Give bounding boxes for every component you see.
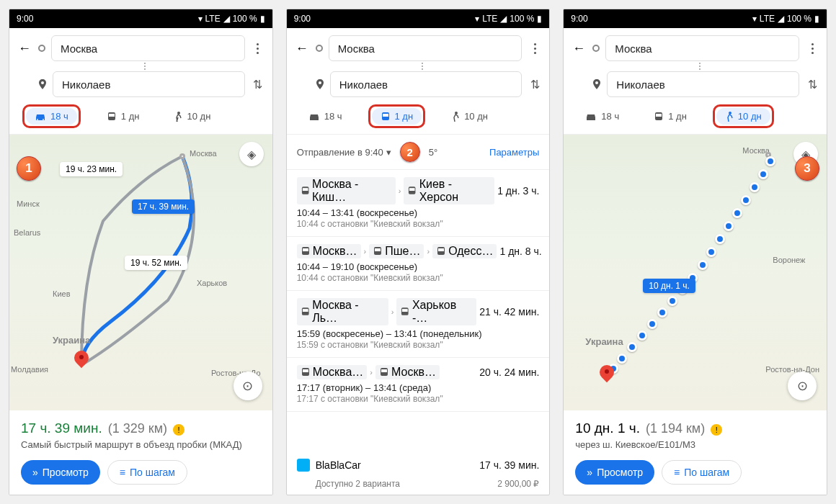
bus-icon xyxy=(107,112,117,122)
svg-point-4 xyxy=(319,81,321,84)
start-button[interactable]: »Просмотр xyxy=(575,460,654,485)
origin-input[interactable]: Москва xyxy=(329,35,522,61)
transit-options-bar: Отправление в 9:40▾ 2 5° Параметры xyxy=(287,135,550,170)
depart-time-dropdown[interactable]: Отправление в 9:40▾ xyxy=(297,147,391,158)
transit-times: 10:44 – 13:41 (воскресенье) xyxy=(297,207,540,218)
svg-rect-6 xyxy=(383,114,388,117)
my-location-button[interactable]: ⊙ xyxy=(788,372,817,400)
back-button[interactable]: ← xyxy=(17,40,32,56)
params-link[interactable]: Параметры xyxy=(489,147,539,158)
transit-times: 10:44 – 19:10 (воскресенье) xyxy=(297,261,540,272)
highlight-box-1: 18 ч xyxy=(22,104,81,128)
status-bar: 9:00 ▾LTE◢100 %▮ xyxy=(564,9,827,28)
svg-point-26 xyxy=(595,81,598,84)
place-kyiv: Киев xyxy=(53,289,71,298)
svg-rect-2 xyxy=(109,114,115,117)
origin-icon xyxy=(316,45,323,52)
destination-input[interactable]: Николаев xyxy=(607,71,799,97)
mode-transit[interactable]: 1 дн xyxy=(645,108,695,125)
mode-transit-label: 1 дн xyxy=(121,111,140,122)
travel-modes: 18 ч 1 дн 10 дн xyxy=(14,99,268,134)
swap-button[interactable]: ⇅ xyxy=(251,77,265,91)
blablacar-duration: 17 ч. 39 мин. xyxy=(479,459,539,471)
map-canvas[interactable]: Москва Воронеж Украина Ростов-на-Дон 10 … xyxy=(564,135,827,410)
transit-depart-stop: 15:59 с остановки "Киевский вокзал" xyxy=(297,340,540,350)
summary-time: 17 ч. 39 мин. xyxy=(21,420,102,436)
transit-item[interactable]: Москва - Киш…›Киев - Херсон1 дн. 3 ч. 10… xyxy=(287,170,550,237)
callout-1: 1 xyxy=(17,156,41,181)
swap-button[interactable]: ⇅ xyxy=(805,77,819,91)
mode-walk[interactable]: 10 дн xyxy=(443,108,497,125)
svg-rect-23 xyxy=(303,369,308,372)
mode-car[interactable]: 18 ч xyxy=(577,108,628,125)
route-alt-2[interactable]: 19 ч. 52 мин. xyxy=(125,256,187,270)
directions-header: ← Москва Николаев ⇅ 18 ч 1 дн 10 дн xyxy=(564,28,827,135)
warning-icon: ! xyxy=(711,424,722,436)
overflow-menu[interactable] xyxy=(528,43,542,54)
mode-walk[interactable]: 10 дн xyxy=(716,108,770,125)
summary-desc: через ш. Киевское/Е101/М3 xyxy=(575,439,815,451)
transit-item[interactable]: Москва - Ль…›Харьков -…21 ч. 42 мин. 15:… xyxy=(287,291,550,358)
callout-3: 3 xyxy=(795,156,819,181)
mode-transit[interactable]: 1 дн xyxy=(98,108,148,125)
steps-button[interactable]: ≡По шагам xyxy=(107,460,187,485)
transit-leg: Москв… xyxy=(297,244,361,258)
back-button[interactable]: ← xyxy=(294,40,310,56)
blablacar-icon xyxy=(297,459,310,472)
clock: 9:00 xyxy=(294,14,311,24)
overflow-menu[interactable] xyxy=(251,43,265,54)
transit-duration: 20 ч. 24 мин. xyxy=(479,366,539,378)
destination-icon xyxy=(38,79,47,89)
transit-duration: 1 дн. 3 ч. xyxy=(497,185,539,197)
transit-item[interactable]: Москва…›Москв…20 ч. 24 мин. 17:17 (вторн… xyxy=(287,358,550,412)
transit-leg: Киев - Херсон xyxy=(404,177,494,204)
destination-input[interactable]: Николаев xyxy=(53,71,245,97)
destination-icon xyxy=(592,79,601,89)
route-summary-card[interactable]: 10 дн. 1 ч. (1 194 км) ! через ш. Киевск… xyxy=(564,410,827,495)
start-button[interactable]: »Просмотр xyxy=(21,460,100,485)
back-button[interactable]: ← xyxy=(571,40,587,56)
origin-input[interactable]: Москва xyxy=(605,35,799,61)
phone-2-transit: 9:00 ▾LTE◢100 %▮ ← Москва Николаев ⇅ 18 … xyxy=(286,9,551,495)
transit-leg: Одесс… xyxy=(432,244,497,258)
blablacar-avail: Доступно 2 варианта xyxy=(316,479,400,489)
my-location-button[interactable]: ⊙ xyxy=(234,372,262,400)
mode-walk[interactable]: 10 дн xyxy=(165,108,219,125)
blablacar-price: 2 900,00 ₽ xyxy=(497,479,539,489)
clock: 9:00 xyxy=(17,14,33,24)
place-voronezh: Воронеж xyxy=(773,256,805,264)
summary-desc: Самый быстрый маршрут в объезд пробки (М… xyxy=(21,439,261,451)
mode-transit[interactable]: 1 дн xyxy=(372,108,422,125)
origin-icon xyxy=(592,45,600,52)
map-canvas[interactable]: Москва Минск Belarus Киев Харьков Украин… xyxy=(9,135,272,410)
walk-icon xyxy=(174,112,182,122)
transit-times: 17:17 (вторник) – 13:41 (среда) xyxy=(297,382,540,393)
car-icon xyxy=(35,112,46,122)
transit-duration: 21 ч. 42 мин. xyxy=(479,306,539,318)
route-connector xyxy=(22,63,268,70)
blablacar-name: BlaBlaCar xyxy=(316,459,361,471)
walk-badge[interactable]: 10 дн. 1 ч. xyxy=(643,279,695,293)
svg-rect-11 xyxy=(409,188,415,191)
destination-input[interactable]: Николаев xyxy=(330,71,522,97)
route-main[interactable]: 17 ч. 39 мин. xyxy=(132,199,195,214)
swap-button[interactable]: ⇅ xyxy=(528,77,542,91)
transit-item[interactable]: Москв…›Пше…›Одесс…1 дн. 8 ч. 10:44 – 19:… xyxy=(287,237,550,291)
svg-rect-9 xyxy=(303,188,308,191)
route-summary-card[interactable]: 17 ч. 39 мин. (1 329 км) ! Самый быстрый… xyxy=(9,410,272,495)
directions-header: ← Москва Николаев ⇅ 18 ч 1 дн xyxy=(9,28,272,135)
place-belarus: Belarus xyxy=(14,228,40,237)
origin-input[interactable]: Москва xyxy=(51,35,245,61)
mode-car[interactable]: 18 ч xyxy=(300,108,351,125)
steps-button[interactable]: ≡По шагам xyxy=(662,460,742,485)
overflow-menu[interactable] xyxy=(805,43,819,54)
transit-results[interactable]: Москва - Киш…›Киев - Херсон1 дн. 3 ч. 10… xyxy=(287,170,550,451)
layers-button[interactable]: ◈ xyxy=(239,142,264,166)
svg-rect-17 xyxy=(438,248,444,251)
transit-leg: Пше… xyxy=(369,244,424,258)
destination-marker xyxy=(74,351,89,371)
blablacar-section[interactable]: BlaBlaCar 17 ч. 39 мин. Доступно 2 вариа… xyxy=(287,451,550,495)
route-alt-1[interactable]: 19 ч. 23 мин. xyxy=(60,162,123,176)
mode-car[interactable]: 18 ч xyxy=(26,108,77,125)
chevrons-icon: » xyxy=(32,467,38,478)
